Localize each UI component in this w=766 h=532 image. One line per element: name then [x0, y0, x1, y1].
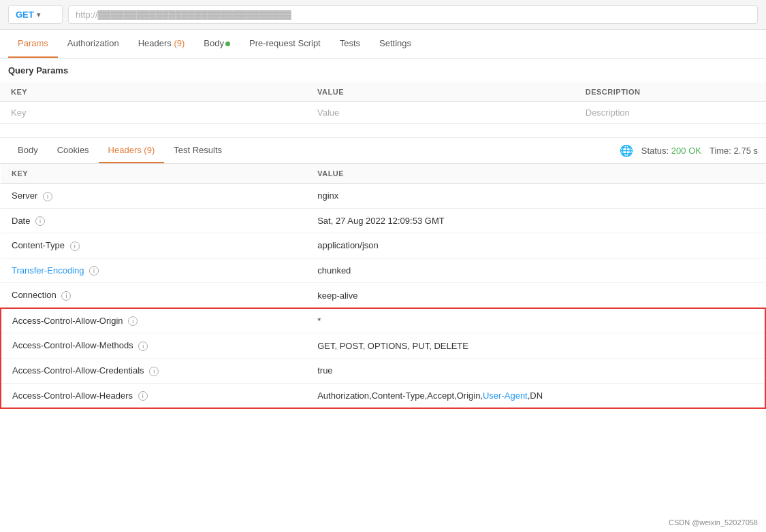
tab-settings[interactable]: Settings: [370, 30, 421, 58]
header-value-content-type: application/json: [306, 233, 765, 259]
params-value-input-cell[interactable]: Value: [306, 102, 575, 124]
info-icon[interactable]: i: [149, 367, 159, 376]
table-row: Date i Sat, 27 Aug 2022 12:09:53 GMT: [1, 208, 765, 233]
response-headers-table: KEY VALUE Server i nginx Date i Sat, 27 …: [0, 164, 766, 409]
globe-icon: 🌐: [620, 144, 633, 157]
resp-tab-body[interactable]: Body: [8, 138, 48, 163]
info-icon[interactable]: i: [138, 391, 148, 401]
info-icon[interactable]: i: [138, 342, 148, 351]
method-label: GET: [16, 10, 34, 20]
tab-tests[interactable]: Tests: [330, 30, 370, 58]
header-key-acao: Access-Control-Allow-Origin i: [1, 308, 306, 333]
tab-prerequest[interactable]: Pre-request Script: [240, 30, 330, 58]
table-row: Access-Control-Allow-Methods i GET, POST…: [1, 333, 765, 359]
response-tabs: Body Cookies Headers (9) Test Results 🌐 …: [0, 138, 766, 164]
params-key-input-cell[interactable]: Key: [0, 102, 306, 124]
header-value-transfer-encoding: chunked: [306, 258, 765, 283]
header-value-connection: keep-alive: [306, 283, 765, 308]
response-section: Body Cookies Headers (9) Test Results 🌐 …: [0, 137, 766, 409]
header-value-acah: Authorization,Content-Type,Accept,Origin…: [306, 383, 765, 408]
table-row: Transfer-Encoding i chunked: [1, 258, 765, 283]
header-value-acac: true: [306, 358, 765, 383]
time-label: Time: 2.75 s: [709, 146, 758, 156]
header-key-transfer-encoding: Transfer-Encoding i: [1, 258, 306, 283]
request-tabs: Params Authorization Headers (9) Body Pr…: [0, 30, 766, 59]
info-icon[interactable]: i: [35, 216, 45, 226]
info-icon[interactable]: i: [128, 316, 138, 326]
header-key-server: Server i: [1, 184, 306, 209]
header-key-acam: Access-Control-Allow-Methods i: [1, 333, 306, 359]
table-row: Content-Type i application/json: [1, 233, 765, 259]
params-col-value: VALUE: [306, 82, 575, 102]
params-table: KEY VALUE DESCRIPTION Key Value Descript…: [0, 82, 766, 124]
url-input[interactable]: [68, 5, 758, 24]
table-row: Access-Control-Allow-Origin i *: [1, 308, 765, 333]
query-params-label: Query Params: [0, 59, 766, 82]
table-row: Connection i keep-alive: [1, 283, 765, 308]
header-value-acam: GET, POST, OPTIONS, PUT, DELETE: [306, 333, 765, 359]
status-label: Status: 200 OK: [641, 146, 701, 156]
header-value-server: nginx: [306, 184, 765, 209]
info-icon[interactable]: i: [89, 266, 99, 276]
params-row-empty: Key Value Description: [0, 102, 766, 124]
response-meta: 🌐 Status: 200 OK Time: 2.75 s: [620, 144, 758, 157]
header-value-acao: *: [306, 308, 765, 333]
header-key-date: Date i: [1, 208, 306, 233]
header-value-date: Sat, 27 Aug 2022 12:09:53 GMT: [306, 208, 765, 233]
info-icon[interactable]: i: [43, 192, 52, 201]
resp-tab-cookies[interactable]: Cookies: [48, 138, 99, 163]
info-icon[interactable]: i: [70, 242, 80, 251]
header-key-acac: Access-Control-Allow-Credentials i: [1, 358, 306, 383]
status-value: 200 OK: [671, 146, 701, 156]
resp-tab-headers[interactable]: Headers (9): [99, 138, 165, 163]
table-row: Access-Control-Allow-Credentials i true: [1, 358, 765, 383]
resp-tab-testresults[interactable]: Test Results: [164, 138, 232, 163]
table-row: Server i nginx: [1, 184, 765, 209]
header-key-acah: Access-Control-Allow-Headers i: [1, 383, 306, 408]
tab-authorization[interactable]: Authorization: [58, 30, 129, 58]
transfer-encoding-link[interactable]: Transfer-Encoding: [12, 265, 84, 276]
headers-col-value: VALUE: [306, 164, 765, 184]
header-key-content-type: Content-Type i: [1, 233, 306, 259]
info-icon[interactable]: i: [61, 291, 71, 301]
tab-params[interactable]: Params: [8, 30, 58, 58]
tab-headers[interactable]: Headers (9): [129, 30, 195, 58]
headers-col-key: KEY: [1, 164, 306, 184]
params-col-key: KEY: [0, 82, 306, 102]
url-bar: GET ▾: [0, 0, 766, 30]
chevron-down-icon: ▾: [37, 11, 40, 18]
params-col-desc: DESCRIPTION: [575, 82, 766, 102]
table-row: Access-Control-Allow-Headers i Authoriza…: [1, 383, 765, 408]
tab-body[interactable]: Body: [194, 30, 240, 58]
method-select[interactable]: GET ▾: [8, 5, 63, 24]
header-key-connection: Connection i: [1, 283, 306, 308]
params-desc-input-cell[interactable]: Description: [575, 102, 766, 124]
body-dot-icon: [225, 41, 230, 46]
